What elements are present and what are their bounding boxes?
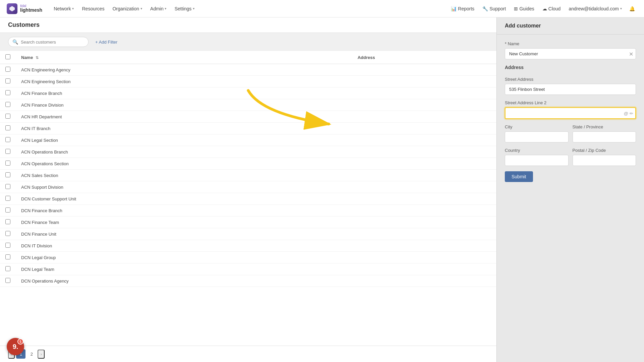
nav-user[interactable]: andrew@tidalcloud.com ▾ <box>565 4 625 13</box>
nav-admin[interactable]: Admin ▾ <box>147 4 170 13</box>
row-checkbox[interactable] <box>5 196 10 201</box>
row-checkbox-cell[interactable] <box>0 193 16 205</box>
nav-reports[interactable]: 📊 Reports <box>447 4 478 13</box>
row-checkbox[interactable] <box>5 137 10 142</box>
toolbar: 🔍 + Add Filter <box>0 33 496 51</box>
row-checkbox-cell[interactable] <box>0 217 16 228</box>
select-all-checkbox[interactable] <box>5 54 10 59</box>
admin-chevron-icon: ▾ <box>165 7 166 10</box>
row-checkbox[interactable] <box>5 125 10 130</box>
table-row: DCN Customer Support Unit <box>0 193 496 205</box>
page-2-button[interactable]: 2 <box>27 349 36 359</box>
row-checkbox[interactable] <box>5 243 10 248</box>
row-checkbox-cell[interactable] <box>0 228 16 240</box>
logo-icon <box>7 3 17 14</box>
nav-settings[interactable]: Settings ▾ <box>171 4 198 13</box>
row-name: ACN Engineering Section <box>16 76 352 87</box>
row-checkbox-cell[interactable] <box>0 87 16 99</box>
nav-network[interactable]: Network ▾ <box>50 4 77 13</box>
postal-input[interactable] <box>573 155 636 166</box>
country-group: Country <box>505 148 569 166</box>
wrench-icon: 🔧 <box>482 6 488 11</box>
panel-header: Add customer <box>497 17 644 35</box>
nav-guides[interactable]: ⊞ Guides <box>511 4 537 13</box>
row-checkbox[interactable] <box>5 67 10 72</box>
row-name: DCN Legal Group <box>16 252 352 263</box>
street-address-line2-input[interactable] <box>505 107 636 119</box>
row-checkbox[interactable] <box>5 254 10 259</box>
row-checkbox[interactable] <box>5 78 10 83</box>
name-column-header[interactable]: Name ⇅ <box>16 51 352 64</box>
row-address <box>352 217 496 228</box>
row-checkbox-cell[interactable] <box>0 205 16 217</box>
row-name: DCN Customer Support Unit <box>16 193 352 205</box>
page-header: Customers <box>0 17 496 33</box>
street-address-input[interactable] <box>505 84 636 95</box>
row-checkbox-cell[interactable] <box>0 240 16 252</box>
row-checkbox-cell[interactable] <box>0 76 16 87</box>
row-checkbox[interactable] <box>5 231 10 236</box>
row-checkbox[interactable] <box>5 219 10 224</box>
table-row: DCN Finance Team <box>0 217 496 228</box>
select-all-header[interactable] <box>0 51 16 64</box>
row-checkbox[interactable] <box>5 149 10 154</box>
table-row: ACN Finance Branch <box>0 87 496 99</box>
settings-chevron-icon: ▾ <box>193 7 195 10</box>
row-checkbox-cell[interactable] <box>0 275 16 287</box>
row-checkbox-cell[interactable] <box>0 252 16 263</box>
row-address <box>352 240 496 252</box>
city-state-row: City State / Province <box>505 124 636 142</box>
table-body: ACN Engineering Agency ACN Engineering S… <box>0 64 496 287</box>
row-checkbox-cell[interactable] <box>0 123 16 134</box>
row-checkbox[interactable] <box>5 90 10 95</box>
row-checkbox-cell[interactable] <box>0 181 16 193</box>
nav-resources[interactable]: Resources <box>78 4 108 13</box>
row-checkbox-cell[interactable] <box>0 99 16 111</box>
name-sort-icon: ⇅ <box>36 56 39 60</box>
row-address <box>352 146 496 158</box>
next-page-button[interactable]: › <box>38 350 44 359</box>
row-checkbox-cell[interactable] <box>0 134 16 146</box>
row-checkbox-cell[interactable] <box>0 111 16 123</box>
city-group: City <box>505 124 569 142</box>
row-checkbox-cell[interactable] <box>0 170 16 181</box>
row-checkbox-cell[interactable] <box>0 158 16 170</box>
row-name: DCN Finance Unit <box>16 228 352 240</box>
state-input[interactable] <box>573 131 636 142</box>
row-address <box>352 205 496 217</box>
notification-bell[interactable]: 🔔 <box>627 3 637 14</box>
row-name: ACN Support Division <box>16 181 352 193</box>
row-checkbox-cell[interactable] <box>0 263 16 275</box>
country-postal-row: Country Postal / Zip Code <box>505 148 636 166</box>
logo[interactable]: tidal lightmesh <box>7 3 42 14</box>
row-checkbox[interactable] <box>5 184 10 189</box>
grader-badge[interactable]: 9. 5 <box>7 338 24 355</box>
row-checkbox[interactable] <box>5 266 10 271</box>
name-input[interactable] <box>505 48 636 59</box>
row-name: ACN Engineering Agency <box>16 64 352 76</box>
nav-cloud[interactable]: ☁ Cloud <box>539 4 564 13</box>
row-checkbox[interactable] <box>5 278 10 283</box>
nav-support[interactable]: 🔧 Support <box>479 4 509 13</box>
search-input[interactable] <box>21 40 84 45</box>
row-checkbox-cell[interactable] <box>0 64 16 76</box>
row-checkbox-cell[interactable] <box>0 146 16 158</box>
row-checkbox[interactable] <box>5 114 10 119</box>
row-checkbox[interactable] <box>5 172 10 177</box>
add-filter-button[interactable]: + Add Filter <box>93 38 120 47</box>
row-checkbox[interactable] <box>5 102 10 107</box>
submit-button[interactable]: Submit <box>505 171 533 182</box>
row-checkbox[interactable] <box>5 161 10 166</box>
grader-badge-count: 5 <box>17 339 23 345</box>
name-field-group: * Name ✕ <box>505 41 636 59</box>
row-checkbox[interactable] <box>5 207 10 213</box>
name-clear-button[interactable]: ✕ <box>629 51 633 57</box>
at-icon: @ <box>624 111 628 116</box>
search-box[interactable]: 🔍 <box>8 37 89 47</box>
country-input[interactable] <box>505 155 569 166</box>
row-name: ACN Finance Branch <box>16 87 352 99</box>
table-row: DCN Finance Unit <box>0 228 496 240</box>
city-input[interactable] <box>505 131 569 142</box>
nav-organization[interactable]: Organization ▾ <box>109 4 145 13</box>
customers-table-container: Name ⇅ Address ACN Engineering Agency <box>0 51 496 346</box>
